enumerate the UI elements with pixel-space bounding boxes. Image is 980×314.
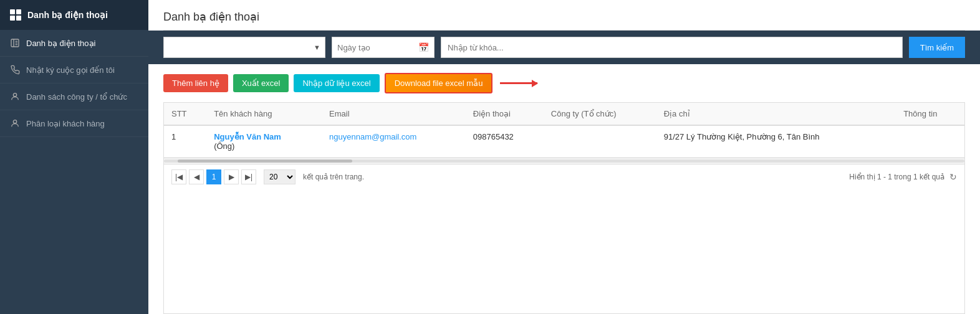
contact-email-link[interactable]: nguyennam@gmail.com [329, 132, 416, 141]
cell-phone: 098765432 [466, 125, 544, 158]
sidebar-title: Danh bạ điện thoại [27, 10, 108, 20]
export-excel-button[interactable]: Xuất excel [233, 74, 289, 92]
sidebar-item-danhsach[interactable]: Danh sách công ty / tổ chức [0, 83, 148, 110]
refresh-button[interactable]: ↻ [949, 172, 957, 182]
cell-stt: 1 [164, 125, 206, 158]
scrollbar-thumb[interactable] [178, 159, 352, 163]
contact-name-link[interactable]: Nguyễn Văn Nam [214, 132, 281, 141]
cell-company [544, 125, 656, 158]
page-title: Danh bạ điện thoại [148, 0, 980, 30]
current-page-button[interactable]: 1 [206, 169, 221, 184]
toolbar: ▼ 📅 Tìm kiếm [148, 31, 980, 64]
col-name: Tên khách hàng [206, 103, 322, 125]
scrollbar-track [164, 159, 964, 163]
sidebar-item-label: Danh bạ điện thoại [26, 39, 95, 48]
contact-role: (Ông) [214, 141, 234, 151]
sidebar-header: Danh bạ điện thoại [0, 0, 148, 30]
date-input-wrapper: 📅 [332, 37, 435, 58]
cell-name: Nguyễn Văn Nam (Ông) [206, 125, 322, 158]
import-excel-button[interactable]: Nhập dữ liệu excel [294, 74, 379, 92]
sidebar: Danh bạ điện thoại Danh bạ điện thoại Nh… [0, 0, 148, 314]
svg-point-6 [13, 120, 16, 123]
sidebar-item-danhba[interactable]: Danh bạ điện thoại [0, 30, 148, 57]
search-button[interactable]: Tìm kiếm [909, 37, 965, 58]
col-email: Email [322, 103, 466, 125]
next-page-button[interactable]: ▶ [224, 169, 239, 184]
page-size-label: kết quả trên trang. [303, 173, 364, 181]
svg-point-5 [13, 93, 16, 97]
first-page-button[interactable]: |◀ [171, 169, 186, 184]
pagination-right: Hiển thị 1 - 1 trong 1 kết quả ↻ [849, 172, 957, 182]
last-page-button[interactable]: ▶| [241, 169, 256, 184]
phone-log-icon [10, 65, 20, 75]
filter-select[interactable] [163, 37, 325, 58]
action-buttons: Thêm liên hệ Xuất excel Nhập dữ liệu exc… [148, 64, 980, 102]
sidebar-item-label: Nhật ký cuộc gọi đến tôi [26, 65, 115, 75]
company-icon [10, 92, 20, 102]
table-header-row: STT Tên khách hàng Email Điện thoại Công… [164, 103, 964, 125]
category-icon [10, 118, 20, 128]
table-row: 1 Nguyễn Văn Nam (Ông) nguyennam@gmail.c… [164, 125, 964, 158]
arrow-line [500, 82, 537, 84]
pagination-left: |◀ ◀ 1 ▶ ▶| 20 50 100 kết quả trên trang… [171, 169, 364, 184]
page-size-select[interactable]: 20 50 100 [264, 169, 295, 184]
col-company: Công ty (Tổ chức) [544, 103, 656, 125]
filter-dropdown-wrapper: ▼ [163, 37, 325, 58]
col-stt: STT [164, 103, 206, 125]
grid-icon [10, 9, 21, 21]
cell-info [896, 125, 964, 158]
add-contact-button[interactable]: Thêm liên hệ [163, 74, 228, 92]
sidebar-item-label: Phân loại khách hàng [26, 119, 105, 128]
col-address: Địa chỉ [656, 103, 896, 125]
prev-page-button[interactable]: ◀ [189, 169, 204, 184]
main-content: Danh bạ điện thoại ▼ 📅 Tìm kiếm Thêm liê… [148, 0, 980, 314]
cell-email: nguyennam@gmail.com [322, 125, 466, 158]
arrow-annotation [500, 82, 537, 84]
sidebar-item-label: Danh sách công ty / tổ chức [26, 92, 127, 102]
download-excel-button[interactable]: Download file excel mẫu [385, 73, 493, 93]
horizontal-scrollbar[interactable] [164, 158, 964, 164]
date-input[interactable] [337, 43, 415, 52]
pagination: |◀ ◀ 1 ▶ ▶| 20 50 100 kết quả trên trang… [164, 164, 964, 189]
sidebar-item-nhatky[interactable]: Nhật ký cuộc gọi đến tôi [0, 57, 148, 83]
svg-rect-0 [11, 39, 19, 47]
data-table: STT Tên khách hàng Email Điện thoại Công… [164, 103, 964, 158]
sidebar-item-phanloai[interactable]: Phân loại khách hàng [0, 110, 148, 137]
col-info: Thông tin [896, 103, 964, 125]
phonebook-icon [10, 38, 20, 48]
search-input[interactable] [441, 37, 903, 58]
data-table-container: STT Tên khách hàng Email Điện thoại Công… [163, 102, 965, 314]
result-info: Hiển thị 1 - 1 trong 1 kết quả [849, 173, 944, 181]
col-phone: Điện thoại [466, 103, 544, 125]
cell-address: 91/27 Lý Thường Kiệt, Phường 6, Tân Bình [656, 125, 896, 158]
calendar-icon[interactable]: 📅 [418, 42, 429, 52]
